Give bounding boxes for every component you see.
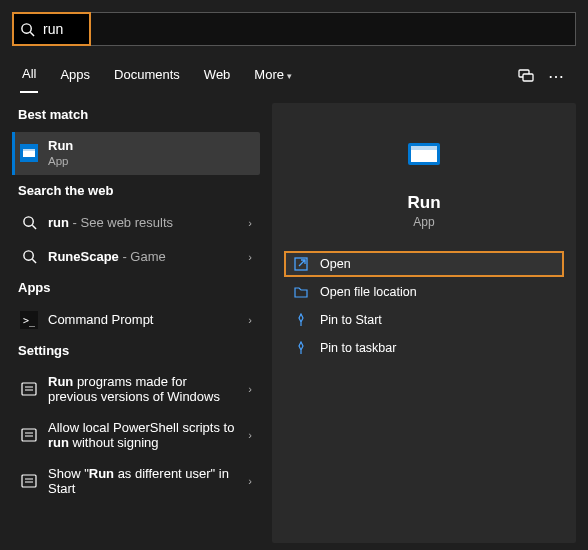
tab-documents[interactable]: Documents <box>112 61 182 92</box>
section-search-web: Search the web <box>12 179 260 204</box>
chevron-right-icon: › <box>248 251 252 263</box>
action-label: Open file location <box>320 285 417 299</box>
result-setting-show-run[interactable]: Show "Run as different user" in Start › <box>12 460 260 502</box>
result-title: Run programs made for previous versions … <box>48 374 238 404</box>
result-web-runescape[interactable]: RuneScape - Game › <box>12 242 260 272</box>
result-best-match[interactable]: Run App <box>12 132 260 175</box>
search-box[interactable] <box>12 12 91 46</box>
result-sub: App <box>48 154 73 168</box>
action-pin-taskbar[interactable]: Pin to taskbar <box>284 335 564 361</box>
result-title: Show "Run as different user" in Start <box>48 466 238 496</box>
action-label: Pin to taskbar <box>320 341 396 355</box>
tab-web[interactable]: Web <box>202 61 233 92</box>
svg-rect-13 <box>22 383 36 395</box>
open-icon <box>294 257 308 271</box>
chevron-right-icon: › <box>248 217 252 229</box>
chevron-right-icon: › <box>248 383 252 395</box>
result-command-prompt[interactable]: >_ Command Prompt › <box>12 305 260 335</box>
search-icon <box>20 22 35 37</box>
svg-line-1 <box>30 32 34 36</box>
pin-icon <box>294 341 308 355</box>
search-icon <box>20 214 38 232</box>
svg-point-7 <box>23 217 32 226</box>
section-apps: Apps <box>12 276 260 301</box>
search-icon <box>20 248 38 266</box>
result-setting-compat[interactable]: Run programs made for previous versions … <box>12 368 260 410</box>
svg-rect-3 <box>523 74 533 81</box>
svg-point-0 <box>22 23 31 32</box>
run-app-large-icon <box>402 133 446 177</box>
tab-more[interactable]: More▾ <box>252 61 294 92</box>
preview-type: App <box>413 215 434 229</box>
action-pin-start[interactable]: Pin to Start <box>284 307 564 333</box>
result-title: run - See web results <box>48 215 173 230</box>
svg-rect-6 <box>23 149 35 151</box>
settings-icon <box>20 472 38 490</box>
pin-icon <box>294 313 308 327</box>
command-prompt-icon: >_ <box>20 311 38 329</box>
search-box-extended[interactable] <box>91 12 576 46</box>
svg-line-10 <box>32 259 36 263</box>
more-icon[interactable]: ⋯ <box>548 69 564 85</box>
result-title: Run <box>48 138 73 154</box>
search-input[interactable] <box>35 20 75 38</box>
svg-line-8 <box>32 225 36 229</box>
chevron-right-icon: › <box>248 475 252 487</box>
action-open[interactable]: Open <box>284 251 564 277</box>
action-open-file-location[interactable]: Open file location <box>284 279 564 305</box>
folder-icon <box>294 285 308 299</box>
run-app-icon <box>20 144 38 162</box>
tab-all[interactable]: All <box>20 60 38 93</box>
chevron-right-icon: › <box>248 314 252 326</box>
action-label: Open <box>320 257 351 271</box>
settings-icon <box>20 380 38 398</box>
feedback-icon[interactable] <box>518 67 534 86</box>
chevron-right-icon: › <box>248 429 252 441</box>
svg-text:>_: >_ <box>23 315 36 327</box>
tab-apps[interactable]: Apps <box>58 61 92 92</box>
result-setting-powershell[interactable]: Allow local PowerShell scripts to run wi… <box>12 414 260 456</box>
result-web-run[interactable]: run - See web results › <box>12 208 260 238</box>
svg-rect-16 <box>22 429 36 441</box>
result-title: Allow local PowerShell scripts to run wi… <box>48 420 238 450</box>
result-title: Command Prompt <box>48 312 153 327</box>
svg-rect-19 <box>22 475 36 487</box>
chevron-down-icon: ▾ <box>287 71 292 81</box>
svg-rect-24 <box>411 146 437 150</box>
preview-title: Run <box>407 193 440 213</box>
result-title: RuneScape - Game <box>48 249 166 264</box>
svg-point-9 <box>23 251 32 260</box>
section-settings: Settings <box>12 339 260 364</box>
settings-icon <box>20 426 38 444</box>
action-label: Pin to Start <box>320 313 382 327</box>
section-best-match: Best match <box>12 103 260 128</box>
